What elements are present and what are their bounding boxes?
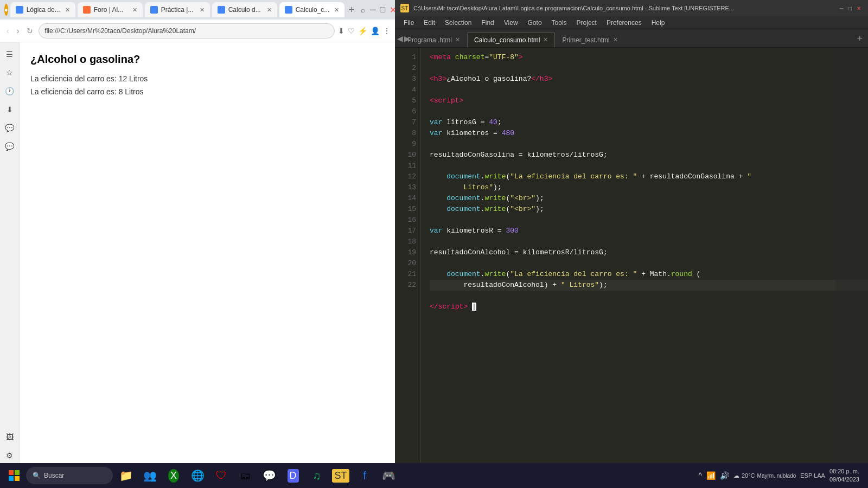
minimap bbox=[835, 48, 868, 475]
taskbar-sublime-taskbar[interactable]: ST bbox=[330, 465, 352, 486]
tab-label-3: Práctica |... bbox=[161, 6, 194, 14]
menu-selection[interactable]: Selection bbox=[441, 18, 476, 28]
taskbar-files[interactable]: 🗂 bbox=[234, 465, 256, 486]
sublime-tab-close-1[interactable]: ✕ bbox=[455, 36, 460, 43]
taskbar-weather[interactable]: ☁ 20°C Mayrm. nublado bbox=[733, 472, 796, 479]
tab-close-5[interactable]: ✕ bbox=[334, 7, 339, 14]
code-line-12: document.write("La eficiencia del carro … bbox=[430, 171, 868, 182]
taskbar-whatsapp[interactable]: 💬 bbox=[258, 465, 280, 486]
tab-close-1[interactable]: ✕ bbox=[65, 7, 70, 14]
sidebar-readinglist-icon[interactable]: ☰ bbox=[2, 47, 17, 62]
tray-network-icon[interactable]: 📶 bbox=[706, 471, 716, 480]
taskbar-facebook[interactable]: f bbox=[354, 465, 375, 486]
sidebar-bookmarks-icon[interactable]: ☆ bbox=[2, 65, 17, 80]
new-tab-button[interactable]: + bbox=[347, 4, 357, 16]
tray-volume-icon[interactable]: 🔊 bbox=[720, 471, 729, 480]
tab-close-4[interactable]: ✕ bbox=[267, 7, 272, 14]
sublime-tab-close-2[interactable]: ✕ bbox=[543, 36, 548, 43]
profile-icon[interactable]: 👤 bbox=[371, 27, 380, 35]
taskbar-spotify[interactable]: ♫ bbox=[306, 465, 328, 486]
locale-indicator[interactable]: ESP LAA bbox=[800, 472, 825, 479]
sublime-tab-close-3[interactable]: ✕ bbox=[613, 36, 618, 43]
sublime-minimize-button[interactable]: ─ bbox=[838, 4, 845, 12]
chrome-minimize-button[interactable]: ─ bbox=[369, 5, 375, 15]
chrome-tab-5[interactable]: Calculo_c... ✕ bbox=[279, 2, 344, 17]
taskbar-teams[interactable]: 👥 bbox=[139, 465, 161, 486]
address-bar[interactable]: file:///C:/Users/Mr%20taco/Desktop/Alura… bbox=[39, 23, 335, 38]
tray-chevron-icon[interactable]: ^ bbox=[698, 471, 702, 480]
tab-label-4: Calculo d... bbox=[228, 6, 261, 14]
tab-favicon-4 bbox=[218, 6, 225, 14]
browser-window: ● Lógica de... ✕ Foro | Al... ✕ Práctica… bbox=[0, 0, 395, 488]
locale-lang: ESP LAA bbox=[800, 472, 825, 479]
svg-rect-0 bbox=[9, 470, 14, 475]
sublime-close-button[interactable]: ✕ bbox=[855, 4, 863, 12]
extension-icon[interactable]: ⚡ bbox=[358, 27, 367, 35]
taskbar-edge[interactable]: 🌐 bbox=[187, 465, 208, 486]
new-file-button[interactable]: + bbox=[857, 33, 863, 44]
code-text-area[interactable]: <meta charset="UTF-8"> <h3>¿Alcohol o ga… bbox=[421, 48, 868, 475]
settings-icon[interactable]: ⋮ bbox=[383, 27, 391, 35]
taskbar-search[interactable]: 🔍 Buscar bbox=[26, 467, 113, 484]
chrome-profile-icon[interactable]: ● bbox=[4, 4, 8, 16]
menu-file[interactable]: File bbox=[399, 18, 418, 28]
code-line-16 bbox=[430, 215, 868, 226]
chrome-tab-1[interactable]: Lógica de... ✕ bbox=[10, 2, 75, 17]
sublime-tab-3[interactable]: Primer_test.html ✕ bbox=[555, 32, 624, 47]
chrome-maximize-button[interactable]: □ bbox=[380, 5, 386, 15]
taskbar-file-explorer[interactable]: 📁 bbox=[115, 465, 137, 486]
back-button[interactable]: ‹ bbox=[4, 24, 11, 37]
sidebar-messenger-icon[interactable]: 💬 bbox=[2, 120, 17, 136]
tab-favicon-5 bbox=[285, 6, 292, 14]
sublime-tab-2[interactable]: Calculo_consumo.html ✕ bbox=[467, 32, 555, 47]
chrome-tab-bar: ● Lógica de... ✕ Foro | Al... ✕ Práctica… bbox=[0, 0, 395, 20]
code-line-22: resultadoConAlcohol) + " Litros"); bbox=[430, 280, 868, 291]
sidebar-screenshot-icon[interactable]: 🖼 bbox=[2, 429, 17, 445]
tab-label-1: Lógica de... bbox=[27, 6, 60, 14]
sublime-tab-label-1: Programa .html bbox=[407, 36, 452, 44]
code-line-15: document.write("<br>"); bbox=[430, 204, 868, 215]
forward-button[interactable]: › bbox=[15, 24, 22, 37]
taskbar-discord[interactable]: D bbox=[282, 465, 304, 486]
code-line-1: <meta charset="UTF-8"> bbox=[430, 52, 868, 63]
menu-view[interactable]: View bbox=[500, 18, 522, 28]
taskbar-right-area: ^ 📶 🔊 ☁ 20°C Mayrm. nublado ESP LAA 08:2… bbox=[698, 467, 864, 484]
weather-temp: 20°C bbox=[742, 472, 755, 479]
sidebar-whatsapp-icon[interactable]: 💬 bbox=[2, 139, 17, 154]
weather-icon: ☁ bbox=[733, 472, 739, 479]
menu-find[interactable]: Find bbox=[477, 18, 498, 28]
taskbar-clock[interactable]: 08:20 p. m. 09/04/2023 bbox=[829, 467, 859, 484]
tab-close-2[interactable]: ✕ bbox=[132, 7, 137, 14]
sublime-window-controls: ─ □ ✕ bbox=[838, 4, 863, 12]
menu-tools[interactable]: Tools bbox=[547, 18, 571, 28]
download-icon[interactable]: ⬇ bbox=[338, 27, 344, 35]
code-line-2 bbox=[430, 63, 868, 74]
tab-favicon-3 bbox=[150, 6, 158, 14]
svg-rect-1 bbox=[15, 470, 20, 475]
tab-next-arrow[interactable]: ▶ bbox=[404, 34, 410, 43]
sidebar-downloads-icon[interactable]: ⬇ bbox=[2, 102, 17, 117]
sublime-restore-button[interactable]: □ bbox=[846, 4, 854, 12]
start-button[interactable] bbox=[4, 466, 24, 485]
sidebar-history-icon[interactable]: 🕐 bbox=[2, 84, 17, 99]
chrome-tab-4[interactable]: Calculo d... ✕ bbox=[212, 2, 277, 17]
menu-goto[interactable]: Goto bbox=[524, 18, 546, 28]
favorite-icon[interactable]: ♡ bbox=[348, 27, 355, 35]
sidebar-settings-icon[interactable]: ⚙ bbox=[2, 448, 17, 463]
chrome-tab-3[interactable]: Práctica |... ✕ bbox=[145, 2, 210, 17]
sublime-tab-bar: ◀ ▶ Programa .html ✕ Calculo_consumo.htm… bbox=[395, 29, 868, 48]
tab-prev-arrow[interactable]: ◀ bbox=[397, 34, 403, 43]
taskbar-other[interactable]: 🎮 bbox=[378, 465, 399, 486]
menu-edit[interactable]: Edit bbox=[419, 18, 439, 28]
menu-help[interactable]: Help bbox=[647, 18, 669, 28]
taskbar-antivirus[interactable]: 🛡 bbox=[210, 465, 232, 486]
taskbar-xbox[interactable]: X bbox=[163, 465, 184, 486]
chrome-tab-2[interactable]: Foro | Al... ✕ bbox=[78, 2, 143, 17]
efficiency-line-1: La eficiencia del carro es: 12 Litros bbox=[30, 74, 384, 83]
menu-project[interactable]: Project bbox=[572, 18, 601, 28]
refresh-button[interactable]: ↻ bbox=[24, 24, 35, 37]
sublime-title-bar: ST C:\Users\Mr taco\Desktop\Alura Latam\… bbox=[395, 0, 868, 16]
menu-preferences[interactable]: Preferences bbox=[602, 18, 646, 28]
chrome-search-icon[interactable]: ⌕ bbox=[359, 5, 367, 14]
tab-close-3[interactable]: ✕ bbox=[200, 7, 205, 14]
